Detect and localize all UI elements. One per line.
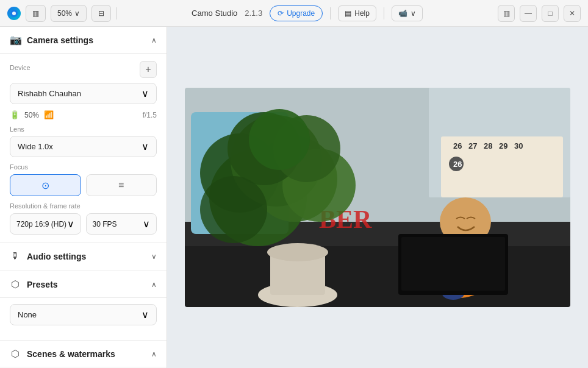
svg-text:29: 29 [499, 141, 507, 150]
device-select[interactable]: Rishabh Chauhan ∨ [10, 83, 157, 104]
audio-settings-header[interactable]: 🎙 Audio settings ∨ [0, 242, 167, 271]
presets-section: ⬡ Presets ∧ None ∨ [0, 271, 167, 341]
presets-content: None ∨ [0, 298, 167, 340]
camera-settings-icon: 📷 [10, 34, 21, 46]
res-label: Resolution & frame rate [10, 202, 157, 210]
sidebar-right-btn[interactable]: ▥ [498, 5, 515, 22]
camera-settings-title: Camera settings [27, 35, 93, 45]
wifi-icon: 📶 [44, 110, 54, 119]
svg-point-27 [249, 109, 310, 170]
zoom-value: 50% [57, 9, 72, 18]
fps-chevron-icon: ∨ [143, 218, 150, 230]
focus-auto-btn[interactable]: ⊙ [10, 174, 81, 196]
scenes-header[interactable]: ⬡ Scenes & watermarks ∧ [0, 341, 167, 367]
camera-icon: 📹 [398, 9, 407, 18]
battery-pct: 50% [24, 111, 39, 119]
scenes-header-left: ⬡ Scenes & watermarks [10, 348, 115, 359]
title-bar-right: ▥ — □ ✕ [498, 5, 581, 22]
scenes-section: ⬡ Scenes & watermarks ∧ All ∨ [0, 341, 167, 368]
device-label: Device [10, 64, 30, 71]
svg-point-25 [200, 176, 267, 243]
battery-icon: 🔋 [10, 110, 20, 119]
separator-2 [330, 7, 331, 19]
camera-chevron: ∨ [411, 9, 416, 18]
scenes-title: Scenes & watermarks [27, 349, 115, 359]
columns-icon: ⊟ [98, 9, 104, 18]
res-value: 720p 16:9 (HD) [16, 220, 66, 228]
scenes-icon: ⬡ [10, 348, 21, 359]
audio-settings-chevron: ∨ [151, 252, 157, 261]
camera-preview: 26 27 28 29 30 26 BER [185, 88, 570, 307]
sidebar-toggle-btn[interactable]: ▥ [26, 5, 46, 22]
upgrade-label: Upgrade [287, 9, 315, 18]
presets-header[interactable]: ⬡ Presets ∧ [0, 271, 167, 298]
camera-settings-chevron: ∧ [151, 36, 157, 44]
app-name: Camo Studio [192, 9, 237, 18]
svg-text:27: 27 [468, 141, 477, 150]
presets-value: None [18, 310, 37, 319]
help-label: Help [354, 9, 370, 18]
res-row: 720p 16:9 (HD) ∨ 30 FPS ∨ [10, 213, 157, 235]
zoom-btn[interactable]: 50% ∨ [51, 5, 87, 22]
focus-manual-btn[interactable]: ≡ [86, 174, 157, 196]
camera-settings-header[interactable]: 📷 Camera settings ∧ [0, 27, 167, 54]
main-layout: 📷 Camera settings ∧ Device + Rishabh Cha… [0, 27, 588, 368]
svg-rect-34 [401, 237, 505, 291]
status-bar: 🔋 50% 📶 f/1.5 [10, 110, 157, 119]
status-left: 🔋 50% 📶 [10, 110, 54, 119]
maximize-btn[interactable]: □ [542, 5, 559, 22]
chevron-down-icon: ∨ [74, 9, 80, 18]
presets-header-left: ⬡ Presets [10, 278, 58, 290]
fps-value: 30 FPS [93, 220, 117, 228]
device-chevron-icon: ∨ [142, 88, 149, 99]
columns-btn[interactable]: ⊟ [91, 5, 111, 22]
presets-title: Presets [27, 280, 58, 289]
app-logo [7, 7, 21, 20]
fps-select[interactable]: 30 FPS ∨ [86, 213, 157, 235]
lens-label: Lens [10, 126, 157, 133]
separator-3 [384, 7, 384, 19]
presets-icon: ⬡ [10, 278, 21, 290]
svg-point-1 [12, 12, 16, 15]
camera-settings-content: Device + Rishabh Chauhan ∨ 🔋 50% 📶 f/1.5… [0, 54, 167, 242]
presets-chevron-icon: ∨ [142, 309, 149, 320]
app-version: 2.1.3 [245, 9, 262, 18]
lens-select[interactable]: Wide 1.0x ∨ [10, 136, 157, 157]
device-row: Device + [10, 61, 157, 78]
res-chevron-icon: ∨ [67, 218, 74, 230]
help-button[interactable]: ▤ Help [338, 5, 376, 21]
sidebar-icon: ▥ [32, 9, 39, 18]
camera-btn[interactable]: 📹 ∨ [392, 5, 423, 21]
svg-point-18 [267, 243, 328, 261]
title-bar-center: Camo Studio 2.1.3 ⟳ Upgrade ▤ Help 📹 ∨ [121, 5, 493, 21]
resolution-select[interactable]: 720p 16:9 (HD) ∨ [10, 213, 81, 235]
presets-chevron: ∧ [151, 280, 157, 289]
separator-1 [116, 7, 117, 19]
audio-settings-section: 🎙 Audio settings ∨ [0, 242, 167, 271]
sidebar: 📷 Camera settings ∧ Device + Rishabh Cha… [0, 27, 167, 368]
camera-settings-header-left: 📷 Camera settings [10, 34, 93, 46]
svg-text:28: 28 [484, 141, 492, 150]
preview-area: 26 27 28 29 30 26 BER [167, 27, 588, 368]
add-device-btn[interactable]: + [140, 61, 157, 78]
audio-settings-header-left: 🎙 Audio settings [10, 251, 86, 262]
aperture-text: f/1.5 [143, 111, 157, 119]
upgrade-icon: ⟳ [278, 9, 284, 18]
close-btn[interactable]: ✕ [564, 5, 581, 22]
audio-settings-title: Audio settings [27, 252, 86, 261]
upgrade-button[interactable]: ⟳ Upgrade [270, 5, 323, 21]
audio-settings-icon: 🎙 [10, 251, 21, 262]
focus-auto-icon: ⊙ [41, 180, 49, 191]
presets-select[interactable]: None ∨ [10, 304, 157, 325]
focus-manual-icon: ≡ [118, 180, 124, 191]
minimize-btn[interactable]: — [520, 5, 537, 22]
scenes-chevron: ∧ [151, 350, 157, 358]
svg-text:30: 30 [514, 141, 523, 150]
device-name: Rishabh Chauhan [18, 89, 81, 98]
camera-scene: 26 27 28 29 30 26 BER [185, 88, 570, 307]
lens-chevron-icon: ∨ [142, 141, 149, 152]
title-bar: ▥ 50% ∨ ⊟ Camo Studio 2.1.3 ⟳ Upgrade ▤ … [0, 0, 588, 27]
focus-label: Focus [10, 163, 157, 171]
svg-text:26: 26 [453, 160, 462, 169]
help-icon: ▤ [345, 9, 351, 18]
